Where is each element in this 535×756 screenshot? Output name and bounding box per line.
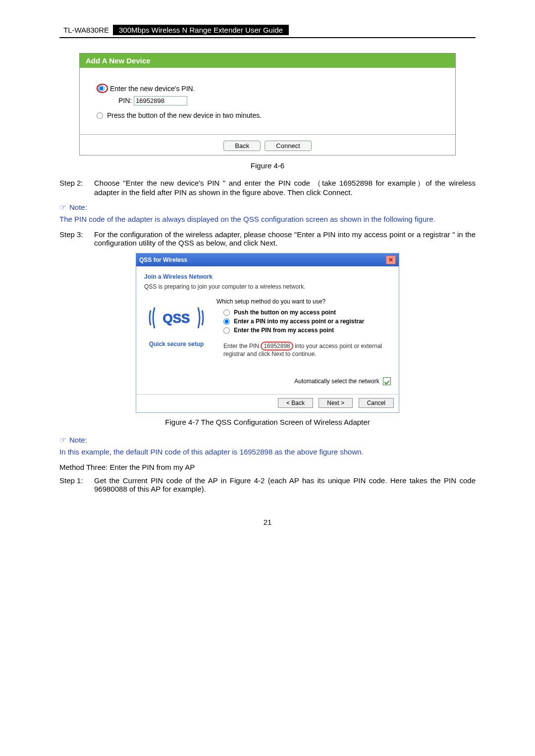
wizard-pin-highlight: 16952898 — [261, 342, 293, 351]
connect-button[interactable]: Connect — [265, 141, 311, 151]
doc-title: 300Mbps Wireless N Range Extender User G… — [113, 25, 289, 35]
wizard-info: Enter the PIN 16952898 into your access … — [223, 342, 391, 357]
pin-label: PIN: — [118, 97, 132, 104]
wizard-radio-from-ap[interactable] — [223, 327, 230, 334]
note-1-label-text: Note: — [69, 203, 87, 211]
step-2-text: Choose "Enter the new device's PIN " and… — [94, 179, 476, 197]
wizard-back-button[interactable]: < Back — [278, 398, 313, 408]
wizard-radio-push[interactable] — [223, 309, 230, 316]
step-1: Step 1: Get the Current PIN code of the … — [59, 476, 476, 493]
qss-logo-icon: QSS — [147, 298, 206, 338]
qss-logo-caption: Quick secure setup — [144, 341, 209, 348]
add-device-panel: Add A New Device Enter the new device's … — [79, 53, 456, 155]
radio-enter-pin[interactable] — [98, 85, 105, 92]
figure-4-6-caption: Figure 4-6 — [59, 161, 476, 170]
radio-enter-pin-label: Enter the new device's PIN. — [110, 85, 195, 93]
panel-title: Add A New Device — [80, 53, 455, 68]
panel-buttons: Back Connect — [80, 134, 455, 155]
doc-header: TL-WA830RE 300Mbps Wireless N Range Exte… — [59, 25, 476, 38]
wizard-auto-label: Automatically select the network — [294, 378, 379, 385]
page-number: 21 — [59, 518, 476, 526]
step-3-label: Step 3: — [59, 230, 94, 247]
note-1-label: ☞ Note: — [59, 202, 476, 212]
wizard-auto-checkbox[interactable] — [383, 377, 391, 385]
note-2-text: In this example, the default PIN code of… — [59, 448, 476, 456]
close-icon[interactable]: ✕ — [386, 255, 396, 264]
step-2-label: Step 2: — [59, 179, 94, 197]
radio-press-button-label: Press the button of the new device in tw… — [107, 111, 262, 119]
wizard-opt-enter-pin: Enter a PIN into my access point or a re… — [234, 318, 364, 325]
wizard-radio-enter-pin[interactable] — [223, 318, 230, 325]
step-3: Step 3: For the configuration of the wir… — [59, 230, 476, 247]
step-3-text: For the configuration of the wireless ad… — [94, 230, 476, 247]
model-label: TL-WA830RE — [59, 25, 113, 35]
wizard-buttons: < Back Next > Cancel — [136, 394, 399, 412]
figure-4-7-caption: Figure 4-7 The QSS Configuration Screen … — [59, 418, 476, 426]
hand-icon: ☞ — [59, 435, 66, 445]
wizard-opt-from-ap: Enter the PIN from my access point — [234, 327, 334, 334]
wizard-auto-row: Automatically select the network — [144, 377, 391, 385]
svg-text:QSS: QSS — [163, 311, 190, 326]
step-1-text: Get the Current PIN code of the AP in Fi… — [94, 476, 476, 493]
wizard-opt-push: Push the button on my access point — [234, 309, 336, 316]
step-1-label: Step 1: — [59, 476, 94, 493]
wizard-cancel-button[interactable]: Cancel — [359, 398, 394, 408]
wizard-title-text: QSS for Wireless — [139, 256, 187, 263]
hand-icon: ☞ — [59, 202, 66, 212]
note-2-label: ☞ Note: — [59, 435, 476, 445]
note-2-label-text: Note: — [69, 436, 87, 444]
method-three: Method Three: Enter the PIN from my AP — [59, 463, 476, 471]
wizard-info-prefix: Enter the PIN — [223, 343, 259, 350]
note-1-text: The PIN code of the adapter is always di… — [59, 215, 476, 223]
document-page: TL-WA830RE 300Mbps Wireless N Range Exte… — [0, 0, 535, 756]
wizard-subtext: QSS is preparing to join your computer t… — [144, 283, 391, 290]
highlight-circle — [97, 84, 108, 93]
wizard-titlebar: QSS for Wireless ✕ — [136, 253, 399, 266]
wizard-question: Which setup method do you want to use? — [216, 298, 391, 305]
wizard-next-button[interactable]: Next > — [319, 398, 353, 408]
radio-press-button[interactable] — [97, 112, 103, 119]
qss-wizard-window: QSS for Wireless ✕ Join a Wireless Netwo… — [136, 253, 399, 413]
wizard-heading: Join a Wireless Network — [144, 273, 391, 280]
back-button[interactable]: Back — [223, 141, 261, 151]
wizard-sidebar: QSS Quick secure setup — [144, 298, 209, 357]
pin-input[interactable] — [134, 96, 187, 105]
step-2: Step 2: Choose "Enter the new device's P… — [59, 179, 476, 197]
